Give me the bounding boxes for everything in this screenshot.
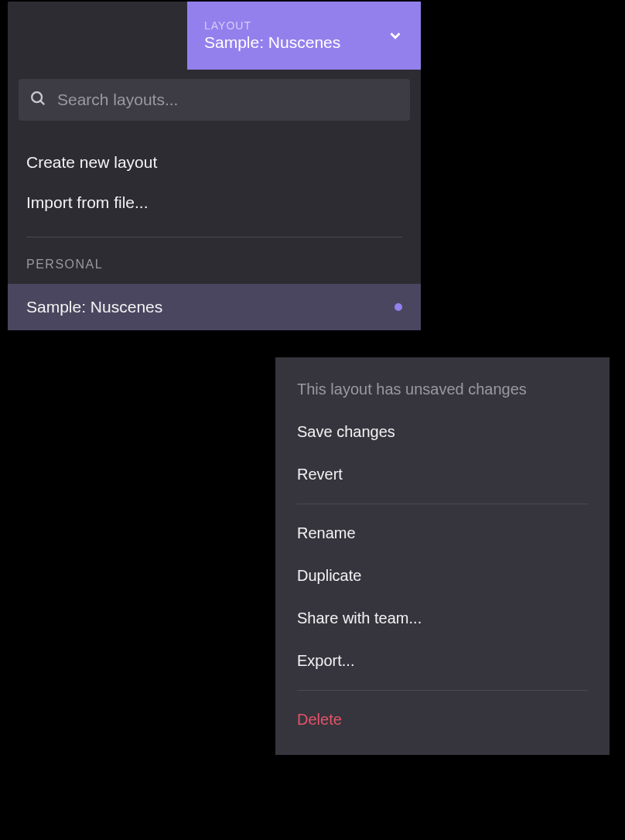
layout-selector-value: Sample: Nuscenes xyxy=(204,33,387,52)
revert-item[interactable]: Revert xyxy=(275,453,610,496)
export-item[interactable]: Export... xyxy=(275,640,610,682)
context-menu: This layout has unsaved changes Save cha… xyxy=(275,357,610,755)
share-item[interactable]: Share with team... xyxy=(275,597,610,640)
search-input-wrap[interactable] xyxy=(19,79,410,121)
divider xyxy=(297,690,588,691)
unsaved-indicator-icon xyxy=(394,303,402,311)
layout-row[interactable]: Sample: Nuscenes xyxy=(8,284,421,330)
svg-line-1 xyxy=(41,101,45,105)
section-label-personal: PERSONAL xyxy=(8,237,421,284)
layout-row-name: Sample: Nuscenes xyxy=(26,298,162,316)
chevron-down-icon xyxy=(387,27,404,44)
create-layout-button[interactable]: Create new layout xyxy=(26,142,402,183)
delete-item[interactable]: Delete xyxy=(275,698,610,741)
search-input[interactable] xyxy=(57,90,399,109)
import-layout-button[interactable]: Import from file... xyxy=(26,183,402,223)
search-icon xyxy=(29,90,46,110)
layout-selector[interactable]: LAYOUT Sample: Nuscenes xyxy=(187,2,421,70)
context-menu-note: This layout has unsaved changes xyxy=(275,371,610,411)
save-changes-item[interactable]: Save changes xyxy=(275,411,610,453)
rename-item[interactable]: Rename xyxy=(275,512,610,555)
duplicate-item[interactable]: Duplicate xyxy=(275,555,610,597)
svg-point-0 xyxy=(32,92,42,102)
layout-selector-label: LAYOUT xyxy=(204,19,387,32)
divider xyxy=(297,504,588,504)
